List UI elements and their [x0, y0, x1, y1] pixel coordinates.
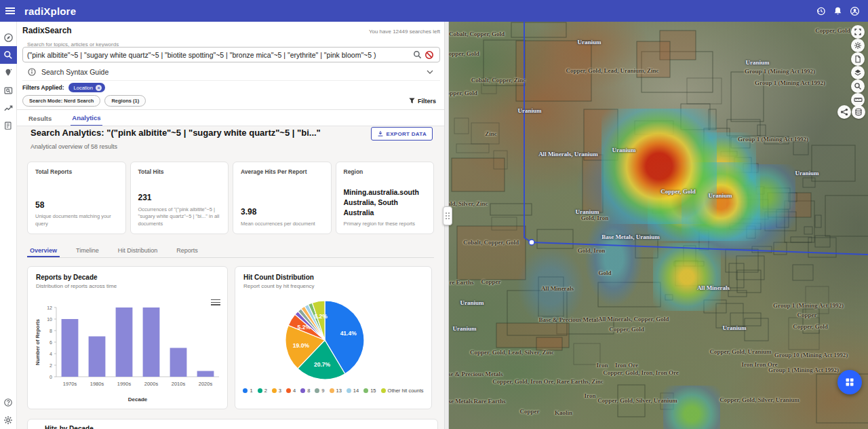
- svg-text:20.7%: 20.7%: [314, 361, 331, 368]
- legend-item: 2: [258, 388, 267, 394]
- location-filter-chip[interactable]: Location ×: [68, 83, 105, 92]
- legend-item: 15: [363, 388, 376, 394]
- syntax-guide-accordion[interactable]: Search Syntax Guide: [22, 64, 440, 81]
- map-search-button[interactable]: [851, 79, 865, 93]
- svg-text:2020s: 2020s: [199, 381, 213, 387]
- report-layer-button[interactable]: [851, 52, 865, 66]
- account-icon[interactable]: [850, 6, 860, 16]
- chevron-down-icon: [427, 70, 433, 74]
- fit-bounds-button[interactable]: [851, 25, 865, 39]
- sidebar-item-search[interactable]: [0, 46, 17, 64]
- history-icon[interactable]: [816, 6, 826, 16]
- left-nav-rail: [0, 22, 17, 429]
- legend-label: Other hit counts: [388, 388, 424, 394]
- map-viewport[interactable]: Cobalt, Copper, GoldCopper, GoldUraniumC…: [449, 22, 868, 429]
- tab-timeline[interactable]: Timeline: [73, 246, 102, 257]
- legend-label: 4: [293, 388, 296, 394]
- boundary-vertex-handle[interactable]: [529, 240, 534, 245]
- sidebar-item-places[interactable]: [0, 64, 17, 81]
- tab-hit-distribution[interactable]: Hit Distribution: [115, 246, 161, 257]
- stat-title: Total Reports: [35, 168, 118, 175]
- analytics-sub-tabs: Overview Timeline Hit Distribution Repor…: [27, 246, 434, 258]
- export-data-button[interactable]: EXPORT DATA: [371, 127, 433, 141]
- legend-item: 13: [330, 388, 342, 394]
- svg-text:8: 8: [50, 329, 52, 333]
- notifications-icon[interactable]: [833, 6, 843, 16]
- apps-launcher-button[interactable]: [837, 370, 862, 394]
- remove-filter-icon[interactable]: ×: [96, 85, 102, 91]
- search-icon[interactable]: [411, 50, 423, 59]
- clear-highlight-icon[interactable]: [423, 50, 435, 60]
- legend-item: 9: [315, 388, 324, 394]
- legend-dot: [347, 388, 351, 393]
- sidebar-item-explore[interactable]: [0, 29, 17, 46]
- svg-text:10: 10: [47, 317, 52, 322]
- pie-chart-title: Hit Count Distribution: [243, 274, 314, 281]
- legend-item: 4: [286, 388, 296, 394]
- legend-label: 9: [321, 388, 324, 394]
- stat-value: 3.98: [241, 206, 323, 218]
- sidebar-item-trends[interactable]: [0, 99, 17, 117]
- stat-title: Total Hits: [138, 168, 221, 175]
- legend-item: 14: [347, 388, 359, 394]
- sidebar-item-image-search[interactable]: [0, 81, 17, 99]
- app-window: radiXplore RadixSearch You have 12449 se…: [0, 0, 868, 429]
- measure-button[interactable]: [851, 93, 865, 107]
- svg-text:Number of Reports: Number of Reports: [35, 319, 41, 365]
- stat-card-region: Region Mining.australia.south Australia,…: [336, 162, 435, 234]
- legend-dot: [258, 388, 262, 393]
- stat-sub: Unique documents matching your query: [35, 213, 118, 227]
- pie-chart: 41.4%20.7%19.0%5.2%5.2%: [243, 295, 425, 385]
- syntax-guide-label: Search Syntax Guide: [41, 68, 108, 76]
- basemap-button[interactable]: [852, 105, 865, 119]
- stat-value: 231: [138, 192, 221, 204]
- searches-left-counter: You have 12449 searches left: [369, 29, 440, 35]
- legend-item: Other hit counts: [381, 388, 424, 394]
- legend-label: 14: [353, 388, 359, 394]
- stat-card-average-hits: Average Hits Per Report 3.98 Mean occurr…: [233, 162, 332, 234]
- legend-label: 1: [250, 388, 252, 394]
- stat-value: 58: [35, 200, 118, 211]
- apps-grid-icon: [845, 377, 854, 387]
- search-mode-chip[interactable]: Search Mode: Nerd Search: [22, 95, 100, 107]
- svg-text:Decade: Decade: [128, 396, 148, 403]
- resize-grip-handle[interactable]: [443, 206, 452, 225]
- regions-chip[interactable]: Regions (1): [104, 95, 146, 107]
- legend-label: 15: [370, 388, 376, 394]
- analytics-heading: Search Analytics: "("pink albitite"~5 | …: [31, 128, 321, 138]
- sidebar-item-settings[interactable]: [0, 411, 17, 429]
- analytics-subtitle: Analytical overview of 58 results: [31, 143, 117, 150]
- bar-chart: 0246810121970s1980s1990s2000s2010s2020sD…: [32, 302, 224, 404]
- svg-text:1990s: 1990s: [117, 381, 132, 387]
- svg-text:5.2%: 5.2%: [315, 313, 328, 320]
- panel-resize-divider[interactable]: [444, 22, 449, 429]
- search-input[interactable]: ("pink albitite"~5 | "sugary white quart…: [22, 47, 440, 62]
- map-settings-button[interactable]: [851, 39, 865, 52]
- legend-label: 13: [336, 388, 342, 394]
- sidebar-item-help[interactable]: [0, 394, 17, 411]
- menu-icon[interactable]: [0, 7, 20, 14]
- share-button[interactable]: [837, 105, 851, 119]
- svg-text:2: 2: [50, 363, 52, 368]
- result-tabs: Results Analytics: [22, 110, 102, 126]
- svg-text:0: 0: [50, 375, 52, 379]
- svg-text:6: 6: [50, 340, 52, 345]
- legend-dot: [272, 388, 277, 393]
- filters-button[interactable]: Filters: [409, 98, 436, 105]
- search-query-text[interactable]: ("pink albitite"~5 | "sugary white quart…: [23, 51, 411, 59]
- tab-results[interactable]: Results: [27, 111, 53, 126]
- stat-value: Mining.australia.south Australia, South …: [344, 187, 427, 219]
- legend-dot: [286, 388, 291, 393]
- charts-row: Reports by Decade Distribution of report…: [27, 266, 449, 409]
- tab-overview[interactable]: Overview: [27, 246, 60, 257]
- hits-by-decade-title: Hits by Decade: [45, 425, 94, 429]
- layers-button[interactable]: [851, 66, 865, 79]
- stat-title: Region: [344, 168, 427, 175]
- svg-text:12: 12: [47, 305, 52, 310]
- legend-label: 8: [307, 388, 310, 394]
- svg-text:2010s: 2010s: [172, 381, 186, 387]
- svg-text:1980s: 1980s: [90, 381, 104, 387]
- sidebar-item-reports[interactable]: [0, 117, 17, 134]
- tab-analytics[interactable]: Analytics: [71, 111, 102, 126]
- tab-reports[interactable]: Reports: [174, 246, 201, 257]
